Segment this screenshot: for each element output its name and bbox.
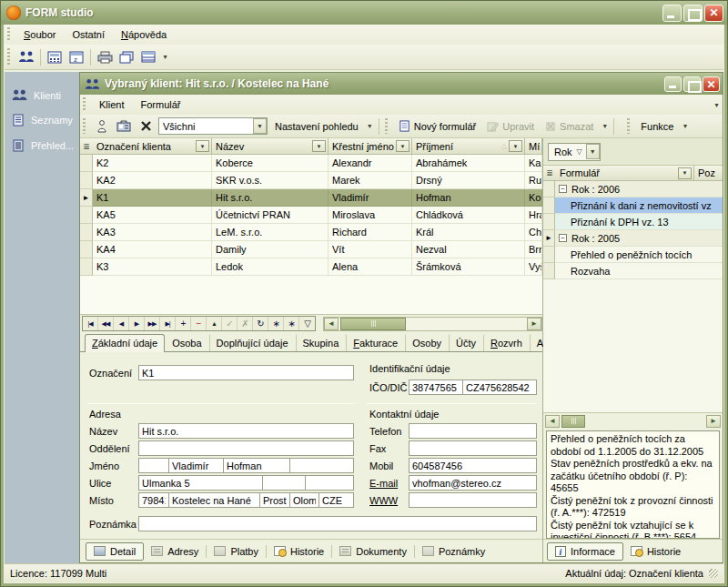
cancel-button[interactable]: ✗: [238, 317, 253, 330]
menu-napoveda[interactable]: Nápověda: [113, 26, 175, 43]
oddeleni-field[interactable]: [138, 440, 354, 456]
client-toolbar-grip[interactable]: [83, 118, 86, 135]
table-corner-icon[interactable]: ≣: [80, 138, 93, 154]
tab-rozvrh[interactable]: Rozvrh: [483, 334, 530, 351]
column-header-misto[interactable]: Místo: [525, 138, 542, 154]
prior-record-button[interactable]: ◀: [114, 317, 129, 330]
tab-historie[interactable]: Historie: [267, 543, 331, 560]
www-field[interactable]: [409, 492, 537, 508]
maximize-button[interactable]: [683, 5, 703, 22]
menu-ostatni[interactable]: Ostatní: [64, 26, 112, 43]
group2-overflow-button[interactable]: ▾: [599, 117, 611, 136]
form-list-horizontal-scrollbar[interactable]: ◄ ►: [543, 413, 723, 429]
collapse-icon[interactable]: −: [559, 234, 567, 242]
prior-page-button[interactable]: ◀◀: [98, 317, 114, 330]
scrollbar-thumb[interactable]: [561, 415, 585, 428]
tab-detail[interactable]: Detail: [86, 542, 144, 561]
menu-formular[interactable]: Formulář: [133, 96, 189, 113]
form-group-row[interactable]: −Rok : 2006: [543, 181, 723, 197]
refresh-button[interactable]: ↻: [253, 317, 268, 330]
table-row[interactable]: K3 Ledok Alena Šrámková Vyšk: [80, 258, 542, 276]
clients-toolbar-button[interactable]: [15, 47, 37, 67]
tab-ucty[interactable]: Účty: [449, 334, 483, 351]
column-header-prijmeni[interactable]: Příjmení △ ▼: [412, 138, 525, 154]
sidebar-item-klienti[interactable]: Klienti: [5, 83, 79, 107]
tab-adresy[interactable]: Adresy: [144, 543, 206, 560]
email-link-label[interactable]: E-mail: [369, 478, 398, 489]
next-page-button[interactable]: ▶▶: [145, 317, 160, 330]
tab-skupina[interactable]: Skupina: [296, 334, 347, 351]
table-row[interactable]: KA2 SKR v.o.s. Marek Drsný Rudn: [80, 172, 542, 189]
form-group-row[interactable]: ► −Rok : 2005: [543, 230, 723, 247]
table-row[interactable]: K2 Koberce Alexandr Abrahámek Karv: [80, 155, 542, 172]
jmeno-suffix-field[interactable]: [289, 458, 354, 473]
column-header-formular[interactable]: Formulář ▼: [556, 166, 694, 180]
tab-osoby[interactable]: Osoby: [405, 334, 449, 351]
menubar-grip[interactable]: [7, 27, 10, 41]
filter-button[interactable]: ▽: [299, 317, 315, 330]
mobil-field[interactable]: [409, 458, 537, 473]
collapse-icon[interactable]: −: [559, 185, 567, 193]
fax-field[interactable]: [409, 440, 537, 456]
print-toolbar-button[interactable]: [94, 47, 116, 67]
bookmark-button[interactable]: ∗: [268, 317, 284, 330]
nazev-field[interactable]: [138, 423, 354, 439]
ulice-co-field[interactable]: [305, 475, 354, 491]
view-settings-button[interactable]: Nastavení pohledu: [269, 119, 364, 134]
table-horizontal-scrollbar[interactable]: ◄ ►: [323, 317, 542, 331]
menu-soubor[interactable]: Soubor: [15, 26, 64, 43]
form-item-row[interactable]: Přiznání k DPH vz. 13: [543, 214, 723, 230]
card-toolbar-button[interactable]: [113, 116, 135, 137]
delete-record-button[interactable]: −: [191, 317, 207, 330]
www-link-label[interactable]: WWW: [369, 495, 398, 506]
calculator-toolbar-button[interactable]: [44, 47, 66, 67]
tab-informace[interactable]: i Informace: [547, 542, 623, 561]
last-record-button[interactable]: ▶|: [160, 317, 176, 330]
next-record-button[interactable]: ▶: [129, 317, 145, 330]
new-form-button[interactable]: Nový formulář: [393, 118, 481, 134]
scroll-left-icon[interactable]: ◄: [545, 415, 560, 428]
oznaceni-field[interactable]: [138, 365, 354, 380]
column-filter-icon[interactable]: ▼: [196, 140, 209, 152]
insert-record-button[interactable]: +: [176, 317, 191, 330]
table-row[interactable]: KA5 Účetnictví PRAN Miroslava Chládková …: [80, 207, 542, 224]
misto-stat-field[interactable]: [318, 492, 354, 508]
column-filter-icon[interactable]: ▼: [678, 167, 692, 179]
table-row-selected[interactable]: ► K1 Hit s.r.o. Vladimír Hofman Kost: [80, 189, 542, 207]
tab-fakturace[interactable]: Fakturace: [346, 334, 405, 351]
menu-klient[interactable]: Klient: [91, 96, 133, 113]
scroll-left-icon[interactable]: ◄: [324, 318, 339, 330]
client-menu-overflow-button[interactable]: ▾: [711, 96, 723, 114]
tab-dokumenty[interactable]: Dokumenty: [332, 543, 414, 560]
client-minimize-button[interactable]: [664, 76, 682, 92]
minimize-button[interactable]: [662, 5, 682, 22]
column-header-krestni[interactable]: Křestní jméno ▼: [329, 138, 412, 154]
email-field[interactable]: [409, 475, 537, 491]
person-toolbar-button[interactable]: [91, 116, 113, 137]
copies-toolbar-button[interactable]: [116, 47, 137, 67]
forms-toolbar-button[interactable]: z: [66, 47, 87, 67]
delete-button[interactable]: Smazat: [540, 119, 599, 134]
misto-okres-field[interactable]: [259, 492, 290, 508]
group1-overflow-button[interactable]: ▾: [364, 117, 376, 136]
misto-psc-field[interactable]: [138, 492, 169, 508]
poznamka-field[interactable]: [138, 516, 537, 531]
toolbar-grip[interactable]: [7, 48, 10, 66]
goto-bookmark-button[interactable]: ∗: [284, 317, 299, 330]
toolbar-overflow-button[interactable]: ▾: [159, 48, 171, 66]
misto-kraj-field[interactable]: [289, 492, 319, 508]
telefon-field[interactable]: [409, 423, 537, 439]
scroll-right-icon[interactable]: ►: [706, 415, 721, 428]
delete-client-toolbar-button[interactable]: [135, 116, 157, 137]
dic-field[interactable]: [462, 380, 537, 395]
sidebar-item-prehled[interactable]: Přehled...: [5, 133, 79, 158]
client-menubar-grip[interactable]: [83, 97, 86, 111]
form-item-row-selected[interactable]: Přiznání k dani z nemovitostí vz: [543, 197, 723, 214]
sidebar-item-seznamy[interactable]: Seznamy: [5, 107, 79, 133]
ico-field[interactable]: [409, 380, 463, 395]
column-filter-icon[interactable]: ▼: [509, 140, 522, 152]
jmeno-first-field[interactable]: [168, 458, 224, 473]
client-maximize-button[interactable]: [683, 76, 701, 92]
group3-overflow-button[interactable]: ▾: [679, 117, 691, 136]
tab-historie-right[interactable]: Historie: [623, 543, 688, 560]
